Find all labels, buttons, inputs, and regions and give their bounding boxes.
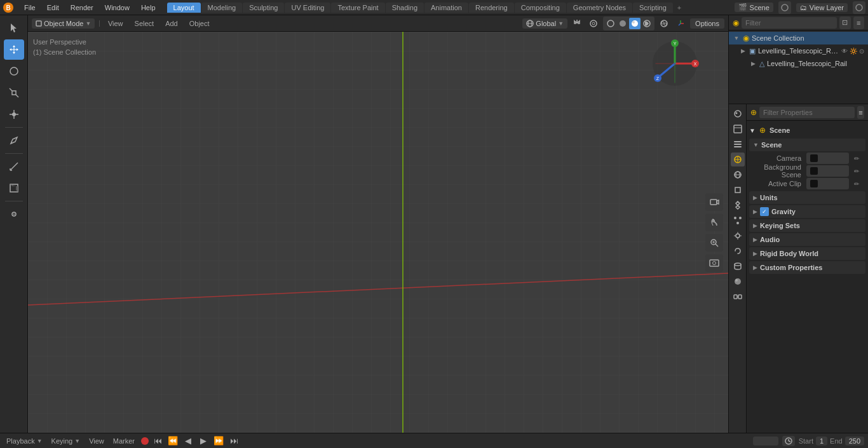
step-back-btn[interactable]: ⏪ — [166, 435, 179, 447]
frame-timing-btn[interactable] — [782, 436, 795, 446]
menu-render[interactable]: Render — [65, 3, 98, 13]
view-camera-btn[interactable] — [705, 193, 723, 211]
marker-btn[interactable]: Marker — [111, 436, 137, 446]
outliner-item-rail[interactable]: ▶ △ Levelling_Telescopic_Rail — [729, 57, 868, 70]
tool-annotate[interactable] — [4, 130, 24, 151]
rendered-shading-btn[interactable] — [641, 18, 653, 29]
layer-selector[interactable]: 🗂 View Layer — [796, 3, 848, 12]
props-object-btn[interactable] — [731, 183, 745, 197]
item-camera-icon-1[interactable]: 👁 — [841, 48, 848, 55]
tab-scripting[interactable]: Scripting — [633, 3, 673, 13]
active-clip-value-input[interactable] — [806, 178, 849, 189]
outliner-item-rail-001[interactable]: ▶ ▣ Levelling_Telescopic_Rail_001 👁 🔆 ⊙ — [729, 44, 868, 57]
snap-toggle[interactable] — [570, 17, 584, 31]
current-frame-input[interactable]: 1 — [753, 437, 778, 445]
active-clip-edit-btn[interactable]: ✏ — [851, 179, 862, 189]
layer-link-btn[interactable] — [853, 1, 865, 14]
tab-sculpting[interactable]: Sculpting — [243, 3, 284, 13]
tool-transform[interactable] — [4, 104, 24, 125]
material-shading-btn[interactable] — [629, 18, 641, 29]
gizmo-toggle[interactable] — [674, 17, 688, 31]
scene-link-btn[interactable] — [778, 1, 791, 14]
gravity-section-header[interactable]: ▶ ✓ Gravity — [749, 205, 865, 218]
menu-file[interactable]: File — [19, 3, 41, 13]
tab-modeling[interactable]: Modeling — [201, 3, 243, 13]
view-hand-btn[interactable] — [705, 214, 723, 231]
props-render-btn[interactable] — [731, 107, 745, 121]
options-btn[interactable]: Options — [690, 18, 724, 29]
props-world-btn[interactable] — [731, 168, 745, 182]
tab-compositing[interactable]: Compositing — [515, 3, 566, 13]
tab-layout[interactable]: Layout — [167, 3, 201, 13]
background-edit-btn[interactable]: ✏ — [851, 166, 862, 176]
keying-sets-section-header[interactable]: ▶ Keying Sets — [749, 219, 865, 232]
tab-animation[interactable]: Animation — [424, 3, 468, 13]
menu-window[interactable]: Window — [100, 3, 135, 13]
tool-cursor[interactable] — [4, 18, 24, 38]
props-physics-btn[interactable] — [731, 229, 745, 243]
wireframe-shading-btn[interactable] — [605, 18, 616, 29]
item-render-icon-1[interactable]: 🔆 — [850, 48, 857, 55]
tab-geometry-nodes[interactable]: Geometry Nodes — [567, 3, 632, 13]
tool-move[interactable] — [4, 39, 24, 60]
play-btn[interactable]: ▶ — [197, 435, 210, 447]
viewport-shading-group[interactable] — [603, 17, 654, 31]
outliner-options-btn[interactable]: ≡ — [853, 17, 865, 29]
tool-measure[interactable] — [4, 156, 24, 177]
tab-uv-editing[interactable]: UV Editing — [285, 3, 330, 13]
props-viewlayer-btn[interactable] — [731, 137, 745, 151]
header-select-btn[interactable]: Select — [131, 18, 158, 29]
tool-add[interactable] — [4, 178, 24, 198]
outliner-scene-collection[interactable]: ▼ ◉ Scene Collection — [729, 32, 868, 44]
gravity-checkbox[interactable]: ✓ — [760, 207, 769, 216]
transform-global-selector[interactable]: Global ▼ — [522, 18, 567, 29]
end-frame-input[interactable]: 250 — [845, 437, 864, 445]
camera-edit-btn[interactable]: ✏ — [851, 153, 862, 163]
props-material-btn[interactable] — [731, 275, 745, 288]
keying-btn[interactable]: Keying ▼ — [49, 436, 83, 446]
tool-scale[interactable] — [4, 83, 24, 103]
props-particles-btn[interactable] — [731, 214, 745, 227]
tab-shading[interactable]: Shading — [386, 3, 424, 13]
record-btn[interactable] — [141, 437, 149, 445]
jump-end-btn[interactable]: ⏭ — [227, 435, 240, 447]
view-camera-icon-btn[interactable] — [705, 254, 723, 272]
custom-props-section-header[interactable]: ▶ Custom Properties — [749, 261, 865, 274]
props-modifier-btn[interactable] — [731, 198, 745, 212]
item-select-icon-1[interactable]: ⊙ — [859, 48, 864, 55]
units-section-header[interactable]: ▶ Units — [749, 191, 865, 204]
scene-selector[interactable]: 🎬 Scene — [735, 3, 773, 12]
outliner-filter-btn[interactable]: ⊡ — [839, 17, 851, 29]
tool-object-origin[interactable] — [4, 204, 24, 224]
object-mode-selector[interactable]: Object Mode ▼ — [32, 18, 95, 29]
header-object-btn[interactable]: Object — [186, 18, 214, 29]
proportional-toggle[interactable] — [587, 17, 600, 31]
item-toggle-2[interactable]: ▶ — [749, 60, 757, 67]
playback-btn[interactable]: Playback ▼ — [4, 436, 45, 446]
scene-subsection-header[interactable]: ▼ Scene — [749, 139, 865, 151]
viewport-canvas[interactable]: User Perspective (1) Scene Collection X … — [28, 32, 728, 433]
item-toggle-1[interactable]: ▶ — [739, 47, 747, 55]
solid-shading-btn[interactable] — [617, 18, 628, 29]
props-search-input[interactable] — [759, 107, 855, 118]
collection-toggle[interactable]: ▼ — [733, 34, 740, 42]
props-constraints-btn[interactable] — [731, 244, 745, 258]
header-add-btn[interactable]: Add — [161, 18, 182, 29]
props-scene-btn[interactable] — [731, 153, 745, 166]
rigid-body-section-header[interactable]: ▶ Rigid Body World — [749, 247, 865, 260]
start-frame-input[interactable]: 1 — [816, 437, 827, 445]
props-shaderfx-btn[interactable] — [731, 290, 745, 304]
tab-rendering[interactable]: Rendering — [469, 3, 514, 13]
audio-section-header[interactable]: ▶ Audio — [749, 233, 865, 246]
step-forward-btn[interactable]: ⏩ — [212, 435, 225, 447]
outliner-search-input[interactable] — [742, 17, 837, 29]
header-view-btn[interactable]: View — [104, 18, 127, 29]
overlay-toggle[interactable] — [657, 17, 671, 31]
viewport-gizmo[interactable]: X Y Z — [649, 38, 700, 89]
view-btn[interactable]: View — [86, 436, 107, 446]
tool-rotate[interactable] — [4, 61, 24, 81]
background-value-input[interactable] — [806, 165, 849, 177]
props-output-btn[interactable] — [731, 122, 745, 136]
view-zoom-btn[interactable] — [705, 234, 723, 252]
menu-edit[interactable]: Edit — [42, 3, 64, 13]
